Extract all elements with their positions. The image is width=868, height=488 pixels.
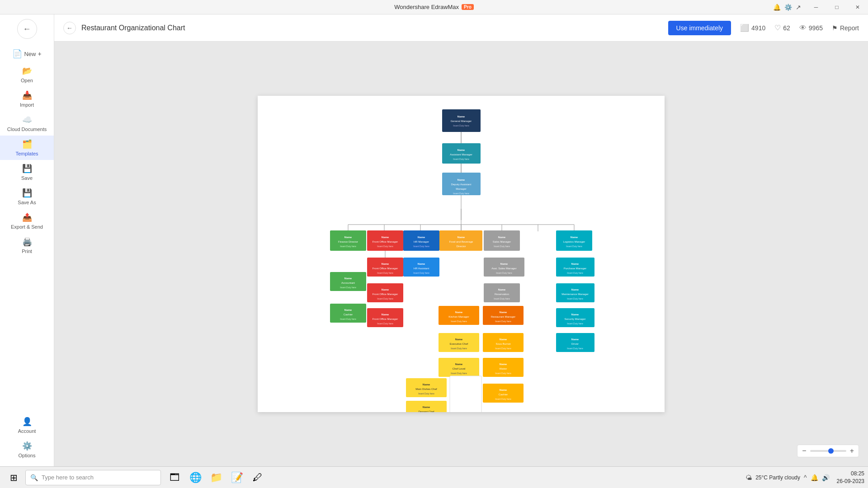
svg-text:Name: Name bbox=[344, 309, 352, 311]
minimize-button[interactable]: ─ bbox=[806, 0, 826, 14]
search-placeholder: Type here to search bbox=[42, 474, 94, 481]
svg-text:Waiter: Waiter bbox=[499, 367, 507, 370]
taskbar-sys-icons: 🌤 25°C Partly cloudy ^ 🔔 🔊 bbox=[742, 474, 833, 481]
report-flag-icon: ⚑ bbox=[832, 24, 838, 32]
canvas-area: Name General Manager Insert Duty here Na… bbox=[54, 42, 868, 466]
likes-value: 62 bbox=[783, 24, 790, 32]
svg-text:Insert Duty here: Insert Duty here bbox=[453, 158, 469, 160]
taskbar-time: 08:25 26-09-2023 bbox=[837, 470, 864, 485]
restore-button[interactable]: □ bbox=[826, 0, 847, 14]
svg-text:Name: Name bbox=[458, 178, 465, 181]
pro-badge: Pro bbox=[462, 4, 474, 10]
start-button[interactable]: ⊞ bbox=[4, 468, 24, 488]
weather-text: 25°C Partly cloudy bbox=[755, 474, 800, 481]
svg-text:Name: Name bbox=[498, 288, 506, 291]
eye-icon: 👁 bbox=[799, 24, 807, 32]
sidebar-print-label: Print bbox=[22, 249, 32, 254]
sidebar-item-save[interactable]: 💾 Save bbox=[0, 160, 54, 184]
use-immediately-button[interactable]: Use immediately bbox=[668, 21, 731, 35]
svg-text:Insert Duty here: Insert Duty here bbox=[451, 347, 467, 350]
svg-text:Name: Name bbox=[423, 383, 430, 386]
svg-text:Name: Name bbox=[382, 263, 389, 265]
svg-text:Insert Duty here: Insert Duty here bbox=[451, 372, 467, 375]
svg-text:Deputy Assistant: Deputy Assistant bbox=[451, 183, 472, 186]
sidebar-item-open[interactable]: 📂 Open bbox=[0, 62, 54, 87]
svg-text:Name: Name bbox=[571, 338, 579, 341]
svg-text:Insert Duty here: Insert Duty here bbox=[340, 286, 356, 289]
taskbar-app-word[interactable]: 📝 bbox=[227, 468, 247, 488]
zoom-controls: − + bbox=[797, 445, 859, 457]
sidebar-item-options[interactable]: ⚙️ Options bbox=[0, 437, 54, 462]
svg-text:Front Office Manager: Front Office Manager bbox=[373, 318, 398, 320]
taskbar: ⊞ 🔍 Type here to search 🗔 🌐 📁 📝 🖊 🌤 25°C… bbox=[0, 466, 868, 488]
svg-text:Cashier: Cashier bbox=[499, 393, 508, 396]
svg-text:Name: Name bbox=[423, 406, 430, 408]
sidebar-back-button[interactable]: ← bbox=[17, 19, 37, 39]
svg-text:Insert Duty here: Insert Duty here bbox=[495, 320, 511, 323]
svg-text:Name: Name bbox=[571, 288, 579, 291]
templates-icon: 🗂️ bbox=[22, 139, 32, 149]
svg-text:Kitchen Manager: Kitchen Manager bbox=[448, 315, 469, 318]
sidebar-templates-label: Templates bbox=[15, 151, 38, 156]
report-button[interactable]: ⚑ Report bbox=[832, 24, 859, 32]
zoom-out-button[interactable]: − bbox=[802, 447, 806, 455]
export-send-icon: 📤 bbox=[22, 212, 32, 222]
sidebar-open-label: Open bbox=[21, 78, 33, 83]
sidebar: ← 📄 New + 📂 Open 📥 Import ☁️ Cloud Docum… bbox=[0, 14, 54, 466]
export-icon[interactable]: ↗ bbox=[796, 4, 801, 11]
sidebar-item-print[interactable]: 🖨️ Print bbox=[0, 233, 54, 258]
svg-text:Insert Duty here: Insert Duty here bbox=[413, 272, 429, 274]
svg-text:Insert Duty here: Insert Duty here bbox=[453, 192, 469, 195]
svg-text:Asst. Sales Manager: Asst. Sales Manager bbox=[491, 267, 516, 270]
settings-icon[interactable]: ⚙️ bbox=[784, 4, 792, 11]
svg-text:Insert Duty here: Insert Duty here bbox=[496, 272, 512, 274]
svg-text:HR Manager: HR Manager bbox=[414, 240, 429, 243]
close-button[interactable]: ✕ bbox=[847, 0, 868, 14]
sidebar-item-export[interactable]: 📤 Export & Send bbox=[0, 209, 54, 233]
svg-text:Insert Duty here: Insert Duty here bbox=[413, 245, 429, 248]
canvas-paper[interactable]: Name General Manager Insert Duty here Na… bbox=[258, 96, 665, 412]
taskbar-search[interactable]: 🔍 Type here to search bbox=[25, 470, 161, 485]
sidebar-item-import[interactable]: 📥 Import bbox=[0, 87, 54, 111]
sidebar-new-label: New bbox=[24, 51, 36, 57]
svg-text:Name: Name bbox=[382, 288, 389, 291]
likes-stat: ♡ 62 bbox=[774, 23, 790, 32]
downloads-value: 4910 bbox=[751, 24, 765, 32]
header-actions: Use immediately ⬜ 4910 ♡ 62 👁 9965 ⚑ Rep… bbox=[668, 21, 859, 35]
taskbar-app-explorer[interactable]: 📁 bbox=[206, 468, 226, 488]
search-icon: 🔍 bbox=[30, 474, 38, 481]
svg-text:Cashier: Cashier bbox=[344, 313, 353, 316]
new-icon: 📄 bbox=[12, 49, 22, 59]
svg-text:Name: Name bbox=[500, 338, 507, 341]
sidebar-item-templates[interactable]: 🗂️ Templates bbox=[0, 136, 54, 160]
zoom-slider-thumb bbox=[828, 448, 834, 454]
sidebar-account-label: Account bbox=[18, 428, 36, 434]
sidebar-item-new[interactable]: 📄 New + bbox=[0, 45, 54, 62]
taskbar-app-edge[interactable]: 🌐 bbox=[185, 468, 205, 488]
up-arrow-icon: ^ bbox=[804, 474, 807, 481]
svg-text:Name: Name bbox=[571, 236, 578, 239]
taskbar-app-taskview[interactable]: 🗔 bbox=[165, 468, 184, 488]
svg-rect-139 bbox=[450, 376, 481, 412]
svg-text:Insert Duty here: Insert Duty here bbox=[567, 347, 583, 350]
volume-icon: 🔊 bbox=[822, 474, 830, 481]
save-icon: 💾 bbox=[22, 164, 32, 174]
copy-icon: ⬜ bbox=[740, 23, 749, 32]
svg-text:Security Manager: Security Manager bbox=[564, 318, 585, 320]
svg-text:Name: Name bbox=[500, 389, 507, 391]
taskbar-app-edraw[interactable]: 🖊 bbox=[248, 468, 268, 488]
notifications-icon[interactable]: 🔔 bbox=[773, 4, 781, 11]
svg-text:Name: Name bbox=[344, 236, 352, 239]
svg-text:Assistant Manager: Assistant Manager bbox=[450, 153, 472, 156]
sidebar-bottom: 👤 Account ⚙️ Options bbox=[0, 413, 54, 462]
zoom-in-button[interactable]: + bbox=[850, 447, 854, 455]
zoom-slider[interactable] bbox=[810, 450, 846, 452]
sidebar-item-cloud[interactable]: ☁️ Cloud Documents bbox=[0, 111, 54, 136]
svg-text:Sous Burnet: Sous Burnet bbox=[495, 343, 510, 345]
header-back-button[interactable]: ← bbox=[63, 22, 76, 34]
svg-text:Insert Duty here: Insert Duty here bbox=[453, 124, 469, 127]
sidebar-item-account[interactable]: 👤 Account bbox=[0, 413, 54, 437]
svg-text:Dessert Chef: Dessert Chef bbox=[418, 410, 434, 412]
svg-text:Name: Name bbox=[571, 313, 579, 316]
sidebar-item-saveas[interactable]: 💾 Save As bbox=[0, 184, 54, 209]
